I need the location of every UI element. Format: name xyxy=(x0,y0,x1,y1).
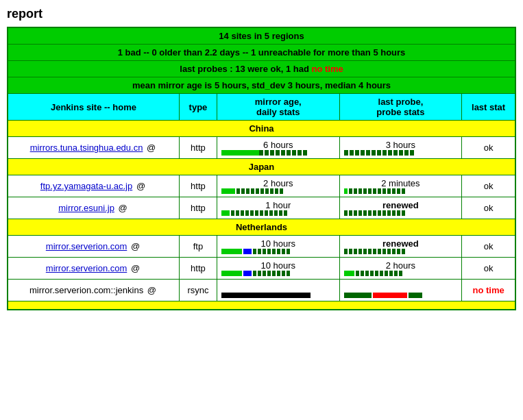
dd5 xyxy=(250,210,254,216)
green-bar-seg xyxy=(221,150,259,156)
mean-label: mean mirror age is 5 hours, std_dev 3 ho… xyxy=(132,80,391,90)
age-bar xyxy=(221,188,311,194)
at-sign: @ xyxy=(147,285,156,295)
nrd10 xyxy=(387,249,391,254)
dashed-bar-seg xyxy=(259,150,307,156)
pd5 xyxy=(368,188,372,194)
probe-cell: 2 minutes xyxy=(339,175,462,197)
dash5 xyxy=(281,150,285,156)
header-last-probe: last probe, probe stats xyxy=(339,94,462,121)
rd7 xyxy=(373,210,376,216)
nhd5 xyxy=(272,271,276,276)
region-bottom xyxy=(8,301,515,310)
red-seg xyxy=(373,293,407,298)
dd4 xyxy=(245,210,249,216)
pd6 xyxy=(373,188,376,194)
table-row: mirror.serverion.com @ ftp 10 hours xyxy=(8,236,515,258)
renewed-label: renewed xyxy=(382,200,419,210)
d10 xyxy=(280,188,283,194)
nhpd4 xyxy=(370,271,374,276)
table-row: mirrors.tuna.tsinghua.edu.cn @ http 6 ho… xyxy=(8,137,515,159)
pd2 xyxy=(354,188,357,194)
nhd4 xyxy=(267,271,271,276)
region-name-japan: Japan xyxy=(249,162,275,172)
dd9 xyxy=(269,210,273,216)
age-bar xyxy=(221,271,311,276)
d2 xyxy=(241,188,245,194)
sites-count-label: 14 sites in 5 regions xyxy=(219,31,304,41)
d3 xyxy=(246,188,250,194)
d5 xyxy=(256,188,259,194)
dash3 xyxy=(270,150,274,156)
stat-cell-notime: no time xyxy=(462,280,515,301)
gs1 xyxy=(221,210,230,216)
pdash10 xyxy=(393,150,398,156)
banner-probes: last probes : 13 were ok, 1 had no time xyxy=(8,61,515,77)
dd10 xyxy=(274,210,278,216)
pd9 xyxy=(387,188,391,194)
nld5 xyxy=(272,249,276,254)
rd1 xyxy=(344,210,348,216)
rd13 xyxy=(402,210,405,216)
dash6 xyxy=(287,150,291,156)
dash7 xyxy=(292,150,296,156)
rd11 xyxy=(392,210,396,216)
pg1 xyxy=(344,188,348,194)
type-cell: ftp xyxy=(179,236,217,258)
dark-seg xyxy=(344,293,372,298)
nld6 xyxy=(277,249,280,254)
nhpg1 xyxy=(344,271,354,276)
nrd5 xyxy=(363,249,367,254)
pdash4 xyxy=(361,150,365,156)
type-cell: http xyxy=(179,175,217,197)
d6 xyxy=(260,188,264,194)
no-time-label: no time xyxy=(472,285,504,295)
pdash1 xyxy=(344,150,348,156)
d7 xyxy=(265,188,269,194)
probe-bar xyxy=(344,210,433,216)
site-link[interactable]: ftp.yz.yamagata-u.ac.jp xyxy=(40,181,132,191)
probe-bar xyxy=(344,271,433,276)
dd7 xyxy=(260,210,263,216)
probe-bar-red xyxy=(344,293,433,298)
lng1 xyxy=(221,249,242,254)
pdash5 xyxy=(366,150,370,156)
site-cell: mirror.serverion.com @ xyxy=(8,258,179,280)
dd6 xyxy=(255,210,258,216)
nhpd10 xyxy=(399,271,402,276)
dark-seg2 xyxy=(409,293,422,298)
at-sign: @ xyxy=(131,241,140,251)
site-link[interactable]: mirrors.tuna.tsinghua.edu.cn xyxy=(30,143,143,153)
dd3 xyxy=(241,210,244,216)
d9 xyxy=(275,188,278,194)
stat-cell: ok xyxy=(462,175,515,197)
age-cell: 1 hour xyxy=(217,197,339,219)
nrd12 xyxy=(397,249,400,254)
header-mirror-age: mirror age, daily stats xyxy=(217,94,339,121)
probe-cell: 3 hours xyxy=(339,137,462,159)
nhpd3 xyxy=(365,271,369,276)
pd1 xyxy=(349,188,352,194)
rd9 xyxy=(382,210,386,216)
d8 xyxy=(270,188,273,194)
site-link[interactable]: mirror.serverion.com xyxy=(46,263,127,273)
site-link[interactable]: mirror.esuni.jp xyxy=(58,203,114,213)
dd12 xyxy=(284,210,287,216)
site-link[interactable]: mirror.serverion.com xyxy=(46,241,127,251)
pdash7 xyxy=(377,150,381,156)
stat-cell: ok xyxy=(462,258,515,280)
bad-label: 1 bad -- 0 older than 2.2 days -- 1 unre… xyxy=(118,47,406,58)
renewed-label2: renewed xyxy=(382,238,419,249)
nrd3 xyxy=(354,249,357,254)
table-row: mirror.serverion.com @ http 10 hours xyxy=(8,258,515,280)
pdash3 xyxy=(355,150,359,156)
no-time-banner-label: no time xyxy=(311,64,343,74)
age-cell: 10 hours xyxy=(217,258,339,280)
table-row: mirror.serverion.com::jenkins @ rsync xyxy=(8,280,515,301)
rd12 xyxy=(397,210,400,216)
nhpd5 xyxy=(375,271,378,276)
probes-label: last probes : 13 were ok, 1 had xyxy=(180,64,309,74)
pdash13 xyxy=(410,150,414,156)
age-bar-black xyxy=(221,293,311,298)
type-cell: http xyxy=(179,258,217,280)
